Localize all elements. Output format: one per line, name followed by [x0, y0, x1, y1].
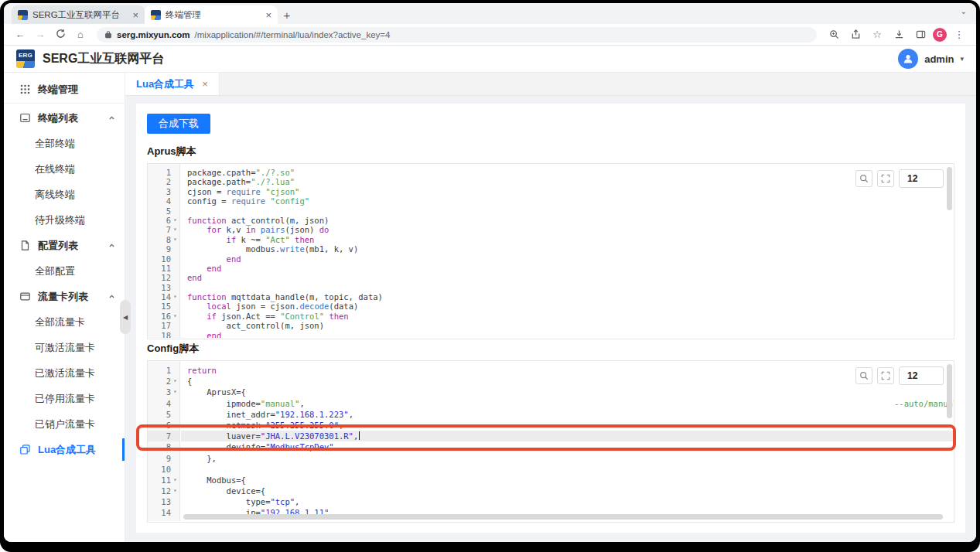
sidebar-item-在线终端[interactable]: 在线终端 [4, 156, 125, 182]
code-line: Modbus={ [181, 475, 954, 486]
fold-marker-icon[interactable]: ▾ [171, 292, 179, 302]
user-caret-down-icon[interactable]: ▾ [960, 55, 964, 63]
code-line: ipmode="manual",--auto/manual [181, 398, 954, 409]
sidebar-item-终端管理[interactable]: 终端管理 [4, 76, 125, 104]
back-icon[interactable]: ← [12, 29, 29, 40]
sidebar-item-待升级终端[interactable]: 待升级终端 [4, 207, 125, 233]
sidebar-item-终端列表[interactable]: 终端列表 [4, 105, 125, 131]
sidebar-item-Lua合成工具[interactable]: Lua合成工具 [4, 437, 125, 462]
tab-lua-tool[interactable]: Lua合成工具 × [125, 73, 220, 95]
code-line: devinfo="ModbusTcpDev", [181, 441, 954, 452]
fold-marker-icon[interactable]: ▾ [171, 225, 179, 234]
chevron-up-icon[interactable] [108, 291, 115, 302]
fold-spacer [171, 244, 179, 254]
side-panel-icon[interactable] [911, 29, 930, 39]
fold-spacer [171, 519, 179, 521]
sidebar-item-label: 已停用流量卡 [35, 392, 95, 406]
sidebar-item-已激活流量卡[interactable]: 已激活流量卡 [4, 360, 125, 386]
menu-kebab-icon[interactable]: ⋮ [950, 29, 968, 40]
line-number: 3▾ [148, 387, 179, 397]
code-line: package.cpath="./?.so" [181, 168, 954, 177]
sidebar-item-离线终端[interactable]: 离线终端 [4, 182, 125, 207]
code-line: inet_addr="192.168.1.223", [181, 409, 954, 420]
fold-spacer [171, 409, 179, 420]
tab-close-icon[interactable]: × [265, 10, 271, 20]
sidebar-item-全部配置[interactable]: 全部配置 [4, 258, 125, 284]
tab-close-icon[interactable]: × [132, 10, 138, 20]
sidebar-item-已销户流量卡[interactable]: 已销户流量卡 [4, 411, 125, 437]
home-icon[interactable]: ⌂ [72, 29, 89, 40]
fold-marker-icon[interactable]: ▾ [171, 376, 179, 387]
sidebar-collapse-handle[interactable]: ◀ [120, 300, 131, 334]
fold-marker-icon[interactable]: ▾ [171, 387, 179, 397]
fold-marker-icon[interactable]: ▾ [171, 235, 179, 244]
line-number: 6▾ [148, 216, 179, 225]
sidebar-item-label: 配置列表 [38, 239, 78, 253]
line-number: 15 [148, 302, 179, 311]
sidebar-item-全部流量卡[interactable]: 全部流量卡 [4, 309, 125, 335]
vertical-scrollbar[interactable] [947, 167, 952, 210]
browser-tab-title: 终端管理 [166, 9, 261, 21]
search-icon[interactable] [855, 367, 872, 384]
code-line: cjson = require "cjson" [181, 187, 954, 196]
fold-spacer [171, 464, 179, 475]
chevron-up-icon[interactable] [108, 112, 115, 124]
fold-spacer [171, 420, 179, 431]
line-number-gutter: 123456▾7▾8▾91011121314▾1516▾171819 [148, 164, 180, 338]
reload-icon[interactable] [52, 29, 69, 41]
code-area[interactable]: return{ AprusX={ ipmode="manual",--auto/… [181, 361, 954, 521]
app-body: 终端管理终端列表全部终端在线终端离线终端待升级终端配置列表全部配置流量卡列表全部… [4, 73, 976, 542]
browser-tab-terminal[interactable]: 终端管理 × [145, 5, 278, 24]
fold-spacer [171, 321, 179, 330]
horizontal-scrollbar[interactable] [183, 514, 943, 520]
vertical-scrollbar[interactable] [947, 364, 952, 418]
tab-list-chevron-icon[interactable]: ⌄ [961, 7, 967, 15]
line-number: 9 [148, 453, 179, 464]
line-number: 11 [148, 264, 179, 273]
line-number: 5 [148, 206, 179, 216]
line-number: 6 [148, 420, 179, 431]
line-number: 10 [148, 254, 179, 264]
fullscreen-icon[interactable] [877, 367, 894, 384]
sidebar-item-全部终端[interactable]: 全部终端 [4, 131, 125, 156]
sidebar-item-可激活流量卡[interactable]: 可激活流量卡 [4, 335, 125, 360]
code-line: }, [181, 453, 954, 464]
font-size-input[interactable] [899, 366, 944, 385]
user-avatar[interactable] [898, 49, 918, 69]
url-path: /mixapplication/#/terminal/lua/index?act… [195, 30, 391, 39]
fullscreen-icon[interactable] [877, 170, 894, 187]
fold-spacer [171, 453, 179, 464]
config-code-editor[interactable]: 12▾3▾4567891011▾12▾13141516 return{ Apru… [147, 360, 954, 523]
font-size-input[interactable] [899, 169, 944, 188]
profile-avatar[interactable]: G [933, 28, 947, 42]
fold-marker-icon[interactable]: ▾ [171, 216, 179, 225]
fold-marker-icon[interactable]: ▾ [171, 312, 179, 321]
bookmark-star-icon[interactable]: ☆ [868, 29, 886, 40]
username[interactable]: admin [924, 53, 954, 65]
url-bar[interactable]: serg.mixyun.com/mixapplication/#/termina… [97, 27, 817, 43]
line-number: 8▾ [148, 235, 179, 244]
new-tab-button[interactable]: + [278, 5, 296, 24]
browser-tab-serg[interactable]: SERG工业互联网平台 × [12, 5, 145, 24]
fold-marker-icon[interactable]: ▾ [171, 475, 179, 486]
sidebar-item-已停用流量卡[interactable]: 已停用流量卡 [4, 386, 125, 411]
workspace-tab-bar: Lua合成工具 × [125, 73, 976, 96]
downloads-icon[interactable] [890, 29, 908, 39]
sidebar-item-label: 终端列表 [38, 111, 78, 125]
code-line: function act_control(m, json) [181, 216, 954, 225]
zoom-page-icon[interactable] [825, 29, 843, 39]
forward-icon[interactable]: → [32, 29, 49, 40]
aprus-code-editor[interactable]: 123456▾7▾8▾91011121314▾1516▾171819 packa… [147, 163, 954, 339]
share-icon[interactable] [846, 29, 865, 39]
tab-close-icon[interactable]: × [202, 78, 208, 90]
chevron-up-icon[interactable] [108, 240, 115, 251]
code-area[interactable]: package.cpath="./?.so"package.path="./?.… [181, 164, 954, 338]
url-domain: serg.mixyun.com [117, 30, 190, 39]
search-icon[interactable] [855, 170, 872, 187]
sidebar-item-配置列表[interactable]: 配置列表 [4, 233, 125, 258]
fold-marker-icon[interactable]: ▾ [171, 486, 179, 496]
line-number: 18 [148, 331, 179, 338]
synthesize-download-button[interactable]: 合成下载 [147, 114, 210, 134]
sidebar-item-label: 待升级终端 [35, 213, 85, 227]
sidebar-item-流量卡列表[interactable]: 流量卡列表 [4, 284, 125, 309]
